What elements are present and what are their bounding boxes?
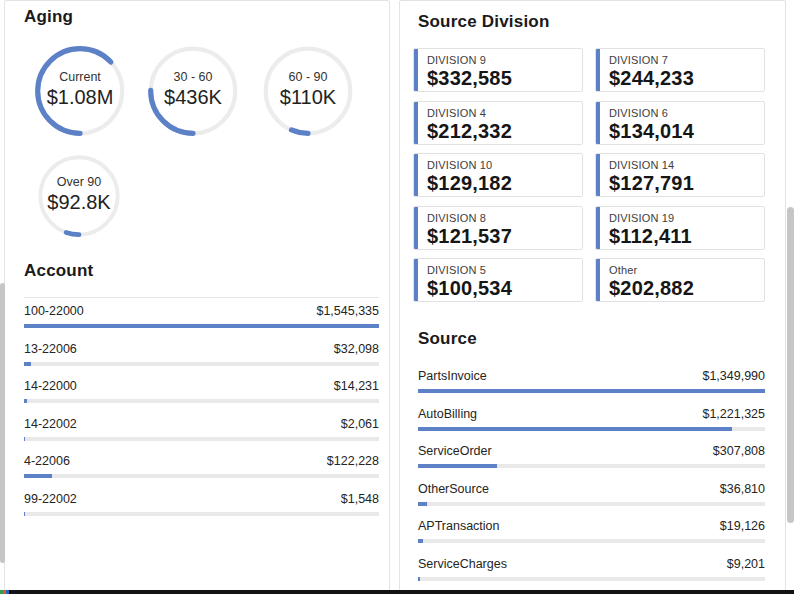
division-card-value: $127,791 xyxy=(609,172,758,195)
source-division-title: Source Division xyxy=(418,12,549,32)
gauge-text: Current $1.08M xyxy=(33,44,127,138)
gauge-label: 30 - 60 xyxy=(174,69,213,85)
bar-row-value: $2,061 xyxy=(341,417,379,431)
bar-row-value: $1,548 xyxy=(341,492,379,506)
bar-row-value: $36,810 xyxy=(720,482,765,496)
bar-row-value: $14,231 xyxy=(334,379,379,393)
bar-track xyxy=(418,502,765,506)
division-card-label: DIVISION 8 xyxy=(427,211,576,225)
bar-row[interactable]: OtherSource $36,810 xyxy=(418,476,765,514)
bar-row-value: $1,221,325 xyxy=(702,407,765,421)
aging-gauge[interactable]: 60 - 90 $110K xyxy=(261,44,355,138)
division-card-value: $100,534 xyxy=(427,277,576,300)
card-accent-bar xyxy=(596,207,600,249)
card-accent-bar xyxy=(596,154,600,196)
bar-row[interactable]: 99-22002 $1,548 xyxy=(24,486,379,524)
bar-row[interactable]: ServiceCharges $9,201 xyxy=(418,551,765,589)
aging-gauge[interactable]: Current $1.08M xyxy=(33,44,127,138)
card-accent-bar xyxy=(596,102,600,144)
bar-row-label: AutoBilling xyxy=(418,407,477,421)
division-card-label: DIVISION 6 xyxy=(609,106,758,120)
bar-track xyxy=(418,389,765,393)
gauge-text: 30 - 60 $436K xyxy=(146,44,240,138)
bar-row[interactable]: 13-22006 $32,098 xyxy=(24,336,379,374)
right-scrollbar-thumb[interactable] xyxy=(787,207,794,523)
gauge-value: $92.8K xyxy=(47,191,110,213)
bar-row-label: 14-22000 xyxy=(24,379,77,393)
gauge-value: $1.08M xyxy=(47,86,114,108)
source-panel: Source Division DIVISION 9 $332,585 DIVI… xyxy=(399,0,786,591)
left-scrollbar-thumb[interactable] xyxy=(0,283,5,563)
division-card-value: $212,332 xyxy=(427,120,576,143)
bar-track xyxy=(418,539,765,543)
bar-row-label: PartsInvoice xyxy=(418,369,487,383)
division-card-value: $121,537 xyxy=(427,225,576,248)
bar-fill xyxy=(418,389,765,393)
bar-fill xyxy=(418,427,732,431)
bar-row-label: 4-22006 xyxy=(24,454,70,468)
bar-row-text: 4-22006 $122,228 xyxy=(24,454,379,471)
bar-row-text: PartsInvoice $1,349,990 xyxy=(418,369,765,386)
division-card[interactable]: DIVISION 7 $244,233 xyxy=(595,48,765,92)
aging-title: Aging xyxy=(24,7,73,27)
aging-gauge[interactable]: 30 - 60 $436K xyxy=(146,44,240,138)
bar-fill xyxy=(24,474,52,478)
division-card-value: $112,411 xyxy=(609,225,758,248)
bar-row-text: OtherSource $36,810 xyxy=(418,482,765,499)
division-card[interactable]: DIVISION 19 $112,411 xyxy=(595,206,765,250)
account-title: Account xyxy=(24,261,93,281)
bar-row-label: APTransaction xyxy=(418,519,500,533)
bar-row-label: 99-22002 xyxy=(24,492,77,506)
division-card-label: Other xyxy=(609,263,758,277)
bar-row-text: 99-22002 $1,548 xyxy=(24,492,379,509)
bar-row-value: $19,126 xyxy=(720,519,765,533)
bar-fill xyxy=(418,539,423,543)
division-card-value: $244,233 xyxy=(609,67,758,90)
bar-row[interactable]: 4-22006 $122,228 xyxy=(24,448,379,486)
division-card-label: DIVISION 7 xyxy=(609,53,758,67)
gauge-value: $436K xyxy=(164,86,222,108)
gauge-label: Over 90 xyxy=(57,174,101,190)
bar-row[interactable]: AutoBilling $1,221,325 xyxy=(418,401,765,439)
aging-gauge[interactable]: Over 90 $92.8K xyxy=(36,153,122,239)
division-card-value: $134,014 xyxy=(609,120,758,143)
bar-row[interactable]: APTransaction $19,126 xyxy=(418,513,765,551)
bar-row[interactable]: 14-22002 $2,061 xyxy=(24,411,379,449)
card-accent-bar xyxy=(414,259,418,301)
gauge-label: 60 - 90 xyxy=(289,69,328,85)
division-card[interactable]: DIVISION 8 $121,537 xyxy=(413,206,583,250)
card-accent-bar xyxy=(414,49,418,91)
bar-track xyxy=(24,437,379,441)
division-card[interactable]: DIVISION 6 $134,014 xyxy=(595,101,765,145)
division-card[interactable]: DIVISION 9 $332,585 xyxy=(413,48,583,92)
bar-row-value: $1,545,335 xyxy=(316,304,379,318)
division-card[interactable]: Other $202,882 xyxy=(595,258,765,302)
gauge-text: Over 90 $92.8K xyxy=(36,153,122,239)
division-card[interactable]: DIVISION 10 $129,182 xyxy=(413,153,583,197)
source-bar-list: PartsInvoice $1,349,990 AutoBilling $1,2… xyxy=(418,363,765,588)
bar-row[interactable]: ServiceOrder $307,808 xyxy=(418,438,765,476)
bar-row-value: $122,228 xyxy=(327,454,379,468)
bar-fill xyxy=(418,577,420,581)
division-card-label: DIVISION 9 xyxy=(427,53,576,67)
division-card[interactable]: DIVISION 14 $127,791 xyxy=(595,153,765,197)
bar-row-label: OtherSource xyxy=(418,482,489,496)
bar-row-text: 14-22000 $14,231 xyxy=(24,379,379,396)
bar-row[interactable]: PartsInvoice $1,349,990 xyxy=(418,363,765,401)
division-card-value: $202,882 xyxy=(609,277,758,300)
bar-track xyxy=(24,474,379,478)
bar-row[interactable]: 14-22000 $14,231 xyxy=(24,373,379,411)
division-card-label: DIVISION 14 xyxy=(609,158,758,172)
division-card-label: DIVISION 5 xyxy=(427,263,576,277)
bar-row[interactable]: 100-22000 $1,545,335 xyxy=(24,298,379,336)
division-card-label: DIVISION 10 xyxy=(427,158,576,172)
bar-track xyxy=(24,362,379,366)
division-card[interactable]: DIVISION 4 $212,332 xyxy=(413,101,583,145)
bar-row-value: $32,098 xyxy=(334,342,379,356)
bar-fill xyxy=(24,399,27,403)
bar-row-text: APTransaction $19,126 xyxy=(418,519,765,536)
gauge-label: Current xyxy=(59,69,101,85)
bar-track xyxy=(418,427,765,431)
bar-row-label: ServiceOrder xyxy=(418,444,492,458)
division-card[interactable]: DIVISION 5 $100,534 xyxy=(413,258,583,302)
